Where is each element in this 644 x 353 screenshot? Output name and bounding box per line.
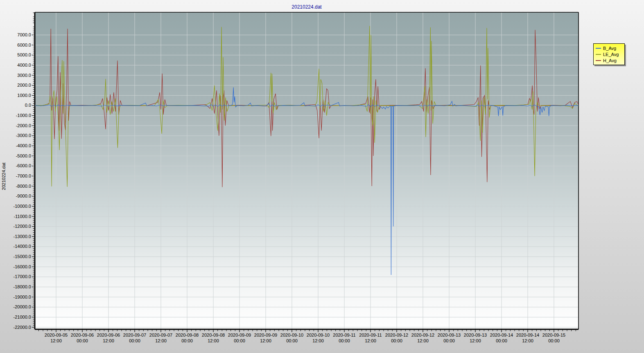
legend-item-h_avg[interactable]: H_Avg	[596, 57, 622, 63]
y-tick-label: -10000.0	[0, 204, 31, 209]
y-tick-label: 1000.0	[0, 93, 31, 98]
y-tick-label: -8000.0	[0, 184, 31, 189]
y-tick-label: 6000.0	[0, 43, 31, 48]
y-tick-label: -19000.0	[0, 295, 31, 300]
y-tick-label: -11000.0	[0, 214, 31, 219]
legend-label: B_Avg	[603, 46, 616, 51]
y-tick-label: -7000.0	[0, 173, 31, 179]
y-tick-label: -2000.0	[0, 123, 31, 128]
legend-item-b_avg[interactable]: B_Avg	[596, 45, 622, 51]
legend-label: H_Avg	[603, 58, 617, 63]
y-tick-label: -22000.0	[0, 325, 31, 330]
legend-label: LE_Avg	[603, 52, 619, 57]
y-tick-label: 7000.0	[0, 32, 31, 38]
x-tick-time: 00:00	[537, 338, 571, 344]
y-tick-label: -21000.0	[0, 315, 31, 320]
y-tick-label: -9000.0	[0, 193, 31, 199]
y-tick-label: 5000.0	[0, 52, 31, 58]
legend-item-le_avg[interactable]: LE_Avg	[596, 51, 622, 57]
y-tick-label: 3000.0	[0, 73, 31, 78]
y-tick-label: -5000.0	[0, 153, 31, 159]
y-tick-label: 0.0	[0, 103, 31, 108]
y-tick-label: -1000.0	[0, 113, 31, 118]
y-tick-label: -15000.0	[0, 254, 31, 259]
y-tick-label: -4000.0	[0, 143, 31, 148]
y-tick-label: -12000.0	[0, 224, 31, 229]
plot-area[interactable]	[35, 12, 578, 329]
legend-swatch-h_avg	[596, 60, 601, 61]
y-tick-label: -6000.0	[0, 163, 31, 169]
y-tick-label: 2000.0	[0, 83, 31, 88]
x-tick-label: 2020-09-1500:00	[537, 332, 571, 344]
legend-swatch-b_avg	[596, 48, 601, 49]
y-tick-label: -16000.0	[0, 264, 31, 270]
y-tick-label: -20000.0	[0, 304, 31, 310]
y-tick-label: -3000.0	[0, 133, 31, 138]
y-tick-label: -17000.0	[0, 274, 31, 279]
legend[interactable]: B_AvgLE_AvgH_Avg	[593, 43, 625, 65]
legend-swatch-le_avg	[596, 54, 601, 55]
x-tick-date: 2020-09-15	[537, 332, 571, 338]
y-tick-label: -13000.0	[0, 234, 31, 239]
chart-title: 20210224.dat	[35, 4, 578, 10]
y-tick-label: -14000.0	[0, 244, 31, 249]
y-tick-label: -18000.0	[0, 284, 31, 290]
chart-window: 20210224.dat 20210224.dat 7000.06000.050…	[0, 0, 644, 353]
y-tick-label: 4000.0	[0, 63, 31, 68]
